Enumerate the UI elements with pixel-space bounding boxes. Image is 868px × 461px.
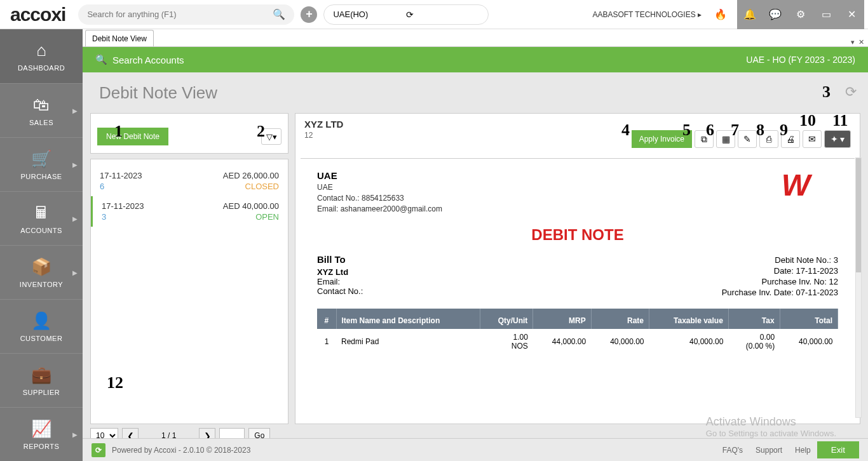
add-button[interactable]: + <box>301 6 317 23</box>
sidebar-item-label: SUPPLIER <box>23 389 60 396</box>
status-badge: CLOSED <box>245 182 279 191</box>
faq-link[interactable]: FAQ's <box>722 446 743 455</box>
main-content: Debit Note View ▾ ✕ 🔍 Search Accounts UA… <box>83 29 868 461</box>
chevron-right-icon: ▶ <box>72 431 78 438</box>
apply-invoice-button[interactable]: Apply Invoice <box>632 130 692 148</box>
document-preview: W UAE UAE Contact No.: 8854125633 Email:… <box>301 158 855 418</box>
print-icon[interactable]: 🖨 <box>781 130 800 148</box>
tab-debit-note-view[interactable]: Debit Note View <box>85 30 154 46</box>
company-selector[interactable]: UAE(HO) ⟳ <box>323 4 489 25</box>
refresh-icon[interactable]: ⟳ <box>406 10 479 20</box>
sidebar-item-supplier[interactable]: 💼 SUPPLIER <box>0 353 83 407</box>
scrollbar[interactable] <box>855 157 862 418</box>
search-icon[interactable]: 🔍 <box>273 8 285 20</box>
company-name: UAE(HO) <box>333 10 406 19</box>
more-button[interactable]: ✦ ▾ <box>824 130 851 148</box>
detail-header: XYZ LTD 12 Apply Invoice ⧉ ▦ ✎ ⎙ 🖨 ✉ ✦ ▾ <box>295 114 860 158</box>
bill-to: Bill To XYZ Ltd Email: Contact No.: <box>317 254 363 297</box>
page-title: Debit Note View <box>99 83 217 103</box>
list-toolbar: New Debit Note ▽▾ <box>90 113 288 154</box>
scrollbar-thumb[interactable] <box>856 158 861 272</box>
pdf-icon[interactable]: ⎙ <box>759 130 778 148</box>
status-badge: OPEN <box>255 212 279 222</box>
sidebar-item-label: REPORTS <box>24 443 59 450</box>
minimize-icon[interactable]: ▭ <box>813 0 839 29</box>
sidebar-item-accounts[interactable]: 🖩 ACCOUNTS ▶ <box>0 191 83 245</box>
exit-button[interactable]: Exit <box>817 441 859 458</box>
footer: ⟳ Powered by Accoxi - 2.0.10 © 2018-2023… <box>83 438 868 461</box>
col-num: # <box>317 309 336 329</box>
chevron-right-icon: ▶ <box>72 269 78 276</box>
col-rate: Rate <box>591 309 649 329</box>
list-item[interactable]: 17-11-2023 AED 40,000.00 3 OPEN <box>91 196 288 227</box>
sidebar-item-label: INVENTORY <box>20 281 63 288</box>
col-mrp: MRP <box>533 309 591 329</box>
sidebar-item-reports[interactable]: 📈 REPORTS ▶ <box>0 407 83 461</box>
sidebar-item-label: CUSTOMER <box>20 335 63 342</box>
sidebar: ⌂ DASHBOARD 🛍 SALES ▶ 🛒 PURCHASE ▶ 🖩 ACC… <box>0 29 83 461</box>
list-item[interactable]: 17-11-2023 AED 26,000.00 6 CLOSED <box>91 166 288 196</box>
doc-meta: Debit Note No.: 3 Date: 17-11-2023 Purch… <box>722 254 838 297</box>
doc-location: UAE <box>317 183 838 192</box>
box-icon: 📦 <box>31 257 51 277</box>
bag-icon: 🛍 <box>33 95 50 115</box>
bell-icon[interactable]: 🔔 <box>737 0 763 29</box>
journal-icon[interactable]: ▦ <box>716 130 735 148</box>
list-amount: AED 26,000.00 <box>223 171 279 180</box>
edit-icon[interactable]: ✎ <box>738 130 757 148</box>
close-icon[interactable]: ✕ <box>839 0 864 29</box>
header-actions: 🔔 💬 ⚙ ▭ ✕ <box>737 0 864 29</box>
list-pane: New Debit Note ▽▾ 17-11-2023 AED 26,000.… <box>90 113 288 424</box>
detail-pane: XYZ LTD 12 Apply Invoice ⧉ ▦ ✎ ⎙ 🖨 ✉ ✦ ▾… <box>295 113 860 424</box>
list-id: 6 <box>100 182 104 191</box>
chevron-right-icon: ▶ <box>72 107 78 114</box>
support-link[interactable]: Support <box>756 446 782 455</box>
col-item: Item Name and Description <box>336 309 480 329</box>
search-input[interactable] <box>87 10 273 19</box>
gear-icon[interactable]: ⚙ <box>788 0 813 29</box>
col-tax: Tax <box>728 309 780 329</box>
col-qty: Qty/Unit <box>480 309 533 329</box>
invoice-number: 12 <box>304 131 632 140</box>
fy-label: UAE - HO (FY 2023 - 2023) <box>746 55 855 65</box>
list-id: 3 <box>102 212 106 222</box>
history-icon[interactable]: ⧉ <box>695 130 714 148</box>
col-taxable: Taxable value <box>649 309 729 329</box>
tab-bar: Debit Note View ▾ ✕ <box>83 29 868 47</box>
sidebar-item-sales[interactable]: 🛍 SALES ▶ <box>0 83 83 137</box>
col-total: Total <box>780 309 837 329</box>
global-search[interactable]: 🔍 <box>78 4 294 25</box>
debit-note-list: 17-11-2023 AED 26,000.00 6 CLOSED 17-11-… <box>90 159 288 424</box>
tab-close-icon[interactable]: ✕ <box>858 38 864 46</box>
chevron-right-icon: ▶ <box>72 215 78 222</box>
app-logo: accoxi <box>4 4 72 25</box>
sidebar-item-label: ACCOUNTS <box>20 227 62 234</box>
email-icon[interactable]: ✉ <box>803 130 822 148</box>
sidebar-item-purchase[interactable]: 🛒 PURCHASE ▶ <box>0 137 83 191</box>
filter-button[interactable]: ▽▾ <box>261 128 281 145</box>
home-icon: ⌂ <box>36 41 46 60</box>
help-link[interactable]: Help <box>795 446 811 455</box>
search-icon: 🔍 <box>95 54 107 65</box>
footer-logo-icon: ⟳ <box>92 443 105 457</box>
context-bar: 🔍 Search Accounts UAE - HO (FY 2023 - 20… <box>83 47 868 72</box>
sidebar-item-label: SALES <box>29 119 53 126</box>
org-name[interactable]: AABASOFT TECHNOLOGIES ▸ <box>592 10 702 19</box>
sidebar-item-label: DASHBOARD <box>18 64 65 72</box>
refresh-icon[interactable]: ⟳ <box>845 84 857 100</box>
sidebar-item-dashboard[interactable]: ⌂ DASHBOARD <box>0 29 83 83</box>
line-items-table: # Item Name and Description Qty/Unit MRP… <box>317 309 838 354</box>
sidebar-item-inventory[interactable]: 📦 INVENTORY ▶ <box>0 245 83 299</box>
chat-icon[interactable]: 💬 <box>763 0 788 29</box>
doc-email: Email: ashanameer2000@gmail.com <box>317 204 838 213</box>
briefcase-icon: 💼 <box>31 365 51 385</box>
powered-by: Powered by Accoxi - 2.0.10 © 2018-2023 <box>112 446 250 455</box>
search-accounts-link[interactable]: Search Accounts <box>112 55 184 65</box>
flame-icon[interactable]: 🔥 <box>713 7 728 22</box>
chart-icon: 📈 <box>31 419 51 439</box>
new-debit-note-button[interactable]: New Debit Note <box>97 128 168 145</box>
table-row: 1 Redmi Pad 1.00NOS 44,000.00 40,000.00 … <box>317 329 838 354</box>
list-date: 17-11-2023 <box>102 201 144 211</box>
sidebar-item-customer[interactable]: 👤 CUSTOMER <box>0 299 83 353</box>
tab-dropdown-icon[interactable]: ▾ <box>851 38 855 46</box>
